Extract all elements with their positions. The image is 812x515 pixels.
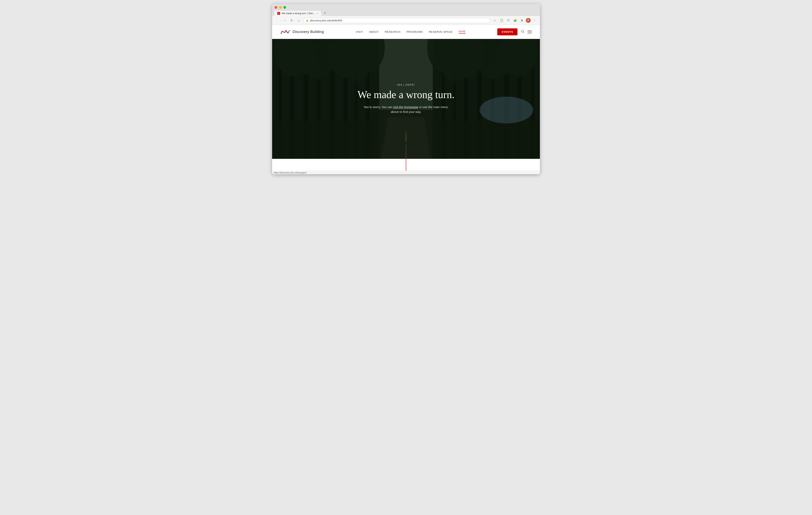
active-tab[interactable]: d We made a wrong turn. | Disc... × — [274, 11, 321, 16]
browser-toolbar: ← → ↻ ⌂ 🔒 discovery.wisc.edu/hello404 ☆ … — [272, 16, 540, 25]
reading-list-button[interactable]: 📋 — [499, 18, 504, 23]
refresh-button[interactable]: ↻ — [289, 18, 294, 23]
nav-programs[interactable]: PROGRAMS — [406, 30, 423, 33]
minimize-traffic-light[interactable] — [279, 6, 282, 9]
lock-icon: 🔒 — [306, 19, 309, 22]
error-body: Not to worry. You can visit the homepage… — [346, 105, 466, 114]
body-line2: above to find your way. — [390, 110, 421, 114]
new-tab-button[interactable]: + — [322, 10, 327, 16]
tab-close-button[interactable]: × — [317, 12, 318, 15]
forward-button[interactable]: → — [282, 18, 287, 23]
nav-about[interactable]: ABOUT — [369, 30, 379, 33]
site-logo[interactable]: Discovery Building — [280, 28, 324, 36]
close-traffic-light[interactable] — [274, 6, 277, 9]
decorative-red-line — [406, 159, 406, 171]
site-navigation: VISIT ABOUT RESEARCH PROGRAMS RESERVE SP… — [356, 30, 465, 34]
svg-line-1 — [523, 32, 524, 33]
hamburger-menu-button[interactable] — [527, 31, 532, 33]
profile-avatar[interactable]: P — [526, 18, 531, 23]
error-heading: We made a wrong turn. — [346, 89, 466, 101]
toolbar-actions: ☆ 📋 ⏱ 🧩 🖥 P ⋮ — [492, 18, 538, 23]
header-right: EVENTS — [497, 28, 532, 35]
tab-favicon: d — [277, 12, 280, 15]
status-url: https://discovery.wisc.edu/support — [274, 172, 307, 174]
address-bar[interactable]: 🔒 discovery.wisc.edu/hello404 — [303, 18, 490, 23]
tab-title: We made a wrong turn. | Disc... — [282, 12, 315, 15]
home-button[interactable]: ⌂ — [296, 18, 302, 23]
body-text-after-link: or use the main menu — [419, 105, 448, 109]
nav-reserve-space[interactable]: RESERVE SPACE — [429, 30, 453, 33]
browser-window: d We made a wrong turn. | Disc... × + ← … — [272, 4, 540, 174]
svg-point-0 — [521, 30, 523, 32]
search-button[interactable] — [521, 30, 524, 34]
screen-button[interactable]: 🖥 — [519, 18, 525, 23]
nav-visit[interactable]: VISIT — [356, 30, 363, 33]
bookmark-button[interactable]: ☆ — [492, 18, 497, 23]
hero-section: 404 | OOPS! We made a wrong turn. Not to… — [272, 39, 540, 159]
extensions-button[interactable]: 🧩 — [512, 18, 518, 23]
hamburger-line-2 — [527, 32, 532, 32]
homepage-link[interactable]: visit the homepage — [393, 105, 418, 109]
traffic-lights — [274, 6, 538, 9]
browser-tabs: d We made a wrong turn. | Disc... × + — [274, 10, 538, 16]
back-button[interactable]: ← — [274, 18, 280, 23]
website-content: Discovery Building VISIT ABOUT RESEARCH … — [272, 25, 540, 171]
hamburger-line-1 — [527, 31, 532, 31]
browser-titlebar: d We made a wrong turn. | Disc... × + — [272, 4, 540, 16]
body-text-before-link: Not to worry. You can — [364, 105, 392, 109]
status-bar: https://discovery.wisc.edu/support — [272, 171, 540, 174]
site-name: Discovery Building — [292, 30, 324, 34]
nav-research[interactable]: RESEARCH — [385, 30, 401, 33]
logo-svg — [280, 28, 290, 36]
url-text: discovery.wisc.edu/hello404 — [310, 19, 488, 22]
hamburger-line-3 — [527, 33, 532, 33]
fullscreen-traffic-light[interactable] — [283, 6, 286, 9]
nav-give[interactable]: GIVE — [459, 30, 466, 34]
site-header: Discovery Building VISIT ABOUT RESEARCH … — [272, 25, 540, 39]
events-button[interactable]: EVENTS — [497, 28, 518, 35]
error-label: 404 | OOPS! — [346, 84, 466, 86]
history-button[interactable]: ⏱ — [505, 18, 511, 23]
more-options-button[interactable]: ⋮ — [532, 18, 538, 23]
hero-text-content: 404 | OOPS! We made a wrong turn. Not to… — [346, 84, 466, 114]
